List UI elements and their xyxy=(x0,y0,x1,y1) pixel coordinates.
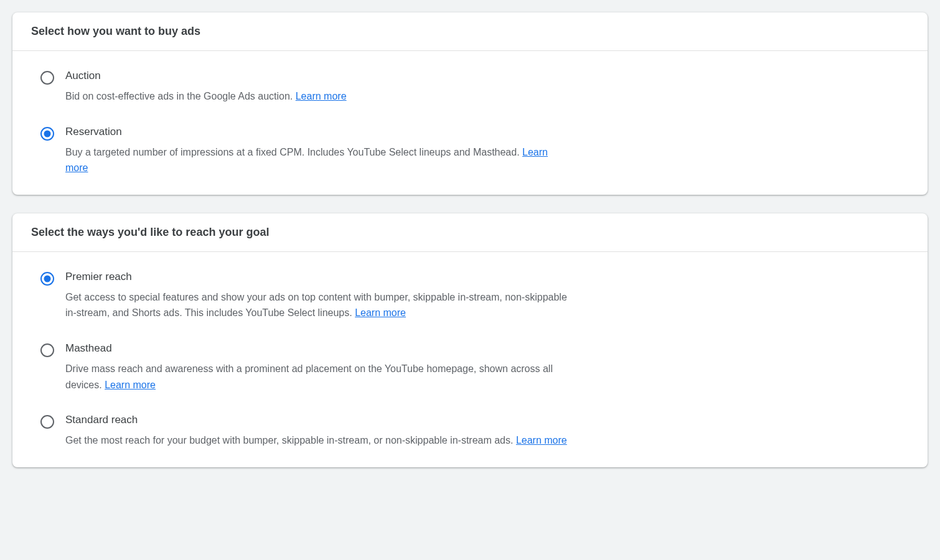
learn-more-masthead[interactable]: Learn more xyxy=(105,380,156,390)
option-masthead-content: Masthead Drive mass reach and awareness … xyxy=(65,342,570,393)
option-premier-label: Premier reach xyxy=(65,271,570,283)
option-standard-label: Standard reach xyxy=(65,414,570,426)
learn-more-auction[interactable]: Learn more xyxy=(296,91,347,101)
buy-ads-header: Select how you want to buy ads xyxy=(12,12,928,51)
option-masthead[interactable]: Masthead Drive mass reach and awareness … xyxy=(40,342,909,393)
option-auction-content: Auction Bid on cost-effective ads in the… xyxy=(65,70,570,105)
option-standard-desc: Get the most reach for your budget with … xyxy=(65,432,570,449)
option-masthead-desc: Drive mass reach and awareness with a pr… xyxy=(65,361,570,393)
option-masthead-label: Masthead xyxy=(65,342,570,355)
option-standard[interactable]: Standard reach Get the most reach for yo… xyxy=(40,414,909,449)
option-auction-desc: Bid on cost-effective ads in the Google … xyxy=(65,88,570,105)
reach-goal-section: Select the ways you'd like to reach your… xyxy=(12,213,928,467)
buy-ads-body: Auction Bid on cost-effective ads in the… xyxy=(12,51,928,195)
reach-goal-body: Premier reach Get access to special feat… xyxy=(12,252,928,467)
radio-premier[interactable] xyxy=(40,272,54,286)
option-reservation-label: Reservation xyxy=(65,126,570,138)
buy-ads-section: Select how you want to buy ads Auction B… xyxy=(12,12,928,195)
radio-reservation[interactable] xyxy=(40,127,54,141)
learn-more-premier[interactable]: Learn more xyxy=(355,307,406,318)
reach-goal-title: Select the ways you'd like to reach your… xyxy=(31,226,909,239)
option-auction[interactable]: Auction Bid on cost-effective ads in the… xyxy=(40,70,909,105)
option-reservation[interactable]: Reservation Buy a targeted number of imp… xyxy=(40,126,909,176)
radio-masthead[interactable] xyxy=(40,343,54,357)
radio-standard[interactable] xyxy=(40,415,54,429)
radio-auction[interactable] xyxy=(40,71,54,85)
option-premier-desc: Get access to special features and show … xyxy=(65,289,570,321)
option-auction-label: Auction xyxy=(65,70,570,82)
learn-more-standard[interactable]: Learn more xyxy=(516,435,567,446)
option-standard-content: Standard reach Get the most reach for yo… xyxy=(65,414,570,449)
reach-goal-header: Select the ways you'd like to reach your… xyxy=(12,213,928,252)
option-reservation-content: Reservation Buy a targeted number of imp… xyxy=(65,126,570,176)
option-reservation-desc: Buy a targeted number of impressions at … xyxy=(65,144,570,176)
option-premier-content: Premier reach Get access to special feat… xyxy=(65,271,570,321)
buy-ads-title: Select how you want to buy ads xyxy=(31,25,909,38)
option-premier[interactable]: Premier reach Get access to special feat… xyxy=(40,271,909,321)
